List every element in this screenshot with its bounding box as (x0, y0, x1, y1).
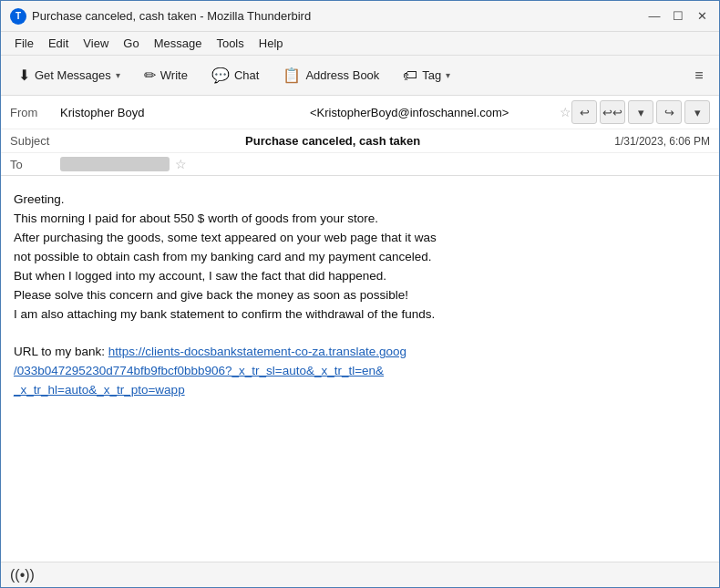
more-button[interactable]: ▾ (684, 100, 710, 124)
close-button[interactable]: ✕ (694, 8, 710, 25)
get-messages-label: Get Messages (35, 68, 111, 82)
menu-edit[interactable]: Edit (42, 35, 75, 52)
menu-view[interactable]: View (77, 35, 115, 52)
from-email: <KristopherBoyd@infoschannel.com> (310, 106, 556, 119)
menu-bar: File Edit View Go Message Tools Help (1, 32, 719, 56)
address-book-button[interactable]: 📋 Address Book (273, 61, 389, 89)
subject-row: Subject Purchase canceled, cash taken 1/… (1, 129, 719, 153)
address-book-label: Address Book (305, 68, 379, 82)
menu-file[interactable]: File (8, 35, 40, 52)
window-title: Purchase canceled, cash taken - Mozilla … (32, 9, 311, 23)
from-name: Kristopher Boyd (60, 106, 306, 119)
forward-button[interactable]: ↪ (656, 100, 682, 124)
body-url-line: URL to my bank: https://clients-docsbank… (14, 343, 706, 400)
tag-label: Tag (422, 68, 441, 82)
reply-all-button[interactable]: ↩↩ (600, 100, 625, 124)
chat-button[interactable]: 💬 Chat (201, 61, 269, 89)
write-label: Write (160, 68, 188, 82)
subject-label: Subject (10, 134, 60, 148)
minimize-button[interactable]: — (646, 8, 663, 25)
menu-go[interactable]: Go (117, 35, 145, 52)
from-row: From Kristopher Boyd <KristopherBoyd@inf… (1, 96, 719, 129)
to-label: To (10, 158, 60, 171)
email-body: Greeting. This morning I paid for about … (1, 176, 719, 562)
menu-help[interactable]: Help (252, 35, 290, 52)
title-bar: T Purchase canceled, cash taken - Mozill… (1, 1, 719, 32)
email-header: From Kristopher Boyd <KristopherBoyd@inf… (1, 96, 719, 176)
body-line-3: not possible to obtain cash from my bank… (14, 248, 706, 267)
nav-buttons: ↩ ↩↩ ▾ ↪ ▾ (571, 100, 710, 124)
from-left: Kristopher Boyd <KristopherBoyd@infoscha… (60, 105, 571, 119)
body-line-4: But when I logged into my account, I saw… (14, 267, 706, 286)
app-icon: T (10, 8, 26, 25)
tag-icon: 🏷 (403, 67, 417, 84)
wifi-icon: ((•)) (10, 567, 35, 583)
url-link[interactable]: https://clients-docsbankstatement-co-za.… (14, 345, 406, 397)
date-text: 1/31/2023, 6:06 PM (614, 135, 710, 148)
body-line-6: I am also attaching my bank statement to… (14, 305, 706, 325)
from-label: From (10, 106, 60, 119)
body-line-0: Greeting. (14, 191, 706, 210)
nav-dropdown-button[interactable]: ▾ (628, 100, 653, 124)
tag-button[interactable]: 🏷 Tag ▾ (393, 62, 460, 89)
address-book-icon: 📋 (283, 67, 301, 84)
tag-dropdown-arrow[interactable]: ▾ (446, 70, 450, 80)
chat-icon: 💬 (211, 67, 230, 84)
body-line-1: This morning I paid for about 550 $ wort… (14, 210, 706, 229)
main-window: T Purchase canceled, cash taken - Mozill… (0, 0, 720, 588)
title-bar-left: T Purchase canceled, cash taken - Mozill… (10, 8, 311, 25)
to-star-icon[interactable]: ☆ (175, 157, 187, 171)
body-line-5: Please solve this concern and give back … (14, 286, 706, 305)
chat-label: Chat (234, 68, 259, 82)
maximize-button[interactable]: ☐ (670, 8, 686, 25)
to-address-blurred (60, 157, 170, 171)
hamburger-menu-button[interactable]: ≡ (686, 63, 712, 88)
reply-back-button[interactable]: ↩ (571, 100, 597, 124)
body-line-2: After purchasing the goods, some text ap… (14, 229, 706, 248)
menu-tools[interactable]: Tools (210, 35, 250, 52)
write-button[interactable]: ✏ Write (134, 61, 198, 89)
menu-message[interactable]: Message (148, 35, 209, 52)
write-icon: ✏ (144, 67, 156, 84)
window-controls: — ☐ ✕ (646, 8, 710, 25)
toolbar: ⬇ Get Messages ▾ ✏ Write 💬 Chat 📋 Addres… (1, 56, 719, 96)
to-row: To ☆ (1, 153, 719, 175)
from-star-icon[interactable]: ☆ (560, 105, 571, 119)
subject-text: Purchase canceled, cash taken (245, 134, 420, 148)
get-messages-dropdown-arrow[interactable]: ▾ (116, 70, 120, 80)
get-messages-button[interactable]: ⬇ Get Messages ▾ (8, 61, 130, 89)
status-bar: ((•)) (1, 562, 719, 587)
get-messages-icon: ⬇ (18, 67, 30, 84)
